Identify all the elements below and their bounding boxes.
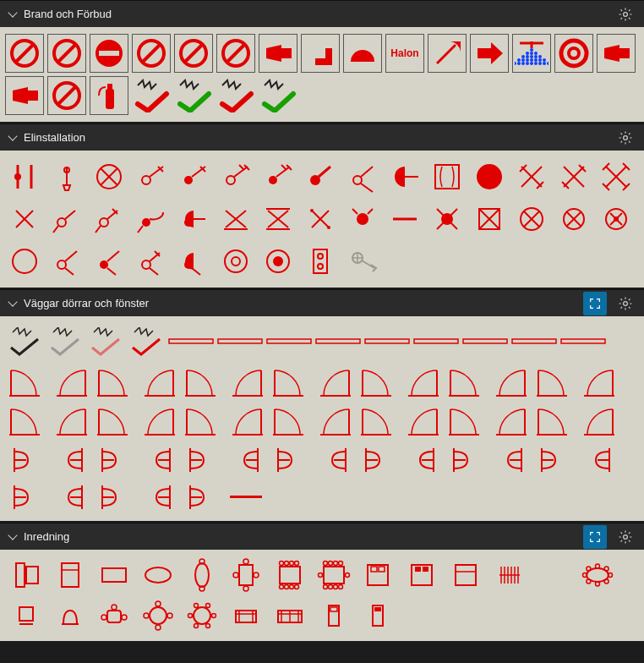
wall-segment-2-icon[interactable] — [265, 323, 313, 360]
panel-header-brand[interactable]: Brand och Förbud — [0, 0, 644, 27]
el-symbol-29-icon[interactable] — [597, 200, 636, 238]
door-2-10-icon[interactable] — [445, 441, 487, 479]
door-tail-1-icon[interactable] — [49, 480, 91, 514]
el-symbol-25-icon[interactable] — [428, 200, 467, 238]
no-water-icon[interactable] — [216, 34, 255, 73]
furniture-12-icon[interactable] — [532, 556, 575, 594]
halon-icon[interactable]: Halon — [385, 34, 424, 73]
wall-segment-8-icon[interactable] — [559, 323, 607, 360]
door-tail-4-icon[interactable] — [181, 480, 223, 514]
el-symbol-1-icon[interactable] — [47, 157, 86, 196]
no-entry-icon[interactable] — [90, 34, 128, 73]
wall-segment-5-icon[interactable] — [412, 323, 460, 360]
door-tail-3-icon[interactable] — [137, 480, 179, 514]
door-1-1-icon[interactable] — [49, 403, 91, 440]
check-green-1-icon[interactable] — [174, 76, 213, 115]
door-2-5-icon[interactable] — [225, 441, 267, 479]
door-2-7-icon[interactable] — [313, 441, 355, 479]
furniture-16-icon[interactable] — [93, 597, 135, 634]
furniture-3-icon[interactable] — [137, 556, 179, 594]
door-0-12-icon[interactable] — [532, 364, 575, 401]
el-symbol-3-icon[interactable] — [132, 157, 171, 196]
door-1-9-icon[interactable] — [401, 403, 443, 440]
el-symbol-16-icon[interactable] — [47, 200, 86, 238]
door-1-12-icon[interactable] — [532, 403, 575, 440]
el-symbol-8-icon[interactable] — [343, 157, 382, 196]
axe-icon[interactable] — [428, 34, 467, 73]
el-symbol-22-icon[interactable] — [301, 200, 340, 238]
el-symbol-28-icon[interactable] — [554, 200, 593, 238]
door-0-3-icon[interactable] — [137, 364, 179, 401]
el-symbol-7-icon[interactable] — [301, 157, 340, 196]
el-symbol-32-icon[interactable] — [90, 242, 128, 281]
panel-header-inredning[interactable]: Inredning — [0, 523, 644, 550]
el-symbol-18-icon[interactable] — [132, 200, 171, 238]
el-symbol-14-icon[interactable] — [597, 157, 636, 196]
furniture-4-icon[interactable] — [181, 556, 223, 594]
door-2-8-icon[interactable] — [357, 441, 399, 479]
el-symbol-0-icon[interactable] — [5, 157, 44, 196]
emergency-phone-icon[interactable] — [597, 34, 636, 73]
door-2-4-icon[interactable] — [181, 441, 223, 479]
furniture-9-icon[interactable] — [401, 556, 443, 594]
check-green-2-icon[interactable] — [259, 76, 297, 115]
furniture-19-icon[interactable] — [225, 597, 267, 634]
gear-icon[interactable] — [614, 525, 637, 549]
door-0-5-icon[interactable] — [225, 364, 267, 401]
wall-check-1-icon[interactable] — [46, 323, 85, 362]
el-symbol-35-icon[interactable] — [216, 242, 255, 281]
door-1-4-icon[interactable] — [181, 403, 223, 440]
door-0-13-icon[interactable] — [576, 364, 619, 401]
door-0-2-icon[interactable] — [93, 364, 135, 401]
door-1-8-icon[interactable] — [357, 403, 399, 440]
door-1-10-icon[interactable] — [445, 403, 487, 440]
el-symbol-37-icon[interactable] — [301, 242, 340, 281]
door-0-1-icon[interactable] — [49, 364, 91, 401]
el-symbol-9-icon[interactable] — [385, 157, 424, 196]
check-red-1-icon[interactable] — [132, 76, 171, 115]
el-symbol-20-icon[interactable] — [216, 200, 255, 238]
el-symbol-12-icon[interactable] — [512, 157, 551, 196]
el-symbol-38-icon[interactable] — [343, 242, 382, 281]
assembly-point-icon[interactable] — [554, 34, 593, 73]
gear-icon[interactable] — [614, 3, 637, 26]
arrow-right-icon[interactable] — [470, 34, 509, 73]
furniture-2-icon[interactable] — [93, 556, 135, 594]
furniture-10-icon[interactable] — [445, 556, 487, 594]
arrow-down-right-icon[interactable] — [301, 34, 340, 73]
door-0-8-icon[interactable] — [357, 364, 399, 401]
gear-icon[interactable] — [614, 126, 637, 150]
el-symbol-10-icon[interactable] — [428, 157, 467, 196]
door-2-13-icon[interactable] — [576, 441, 619, 479]
no-smoking-icon[interactable] — [132, 34, 171, 73]
door-0-6-icon[interactable] — [269, 364, 311, 401]
fire-alarm-button-icon[interactable] — [5, 76, 44, 115]
door-1-3-icon[interactable] — [137, 403, 179, 440]
panel-header-el[interactable]: Elinstallation — [0, 123, 644, 151]
expand-icon[interactable] — [583, 525, 607, 549]
fire-ladder-icon[interactable] — [47, 76, 86, 115]
el-symbol-33-icon[interactable] — [132, 242, 171, 281]
el-symbol-36-icon[interactable] — [259, 242, 297, 281]
fire-hose-icon[interactable] — [259, 34, 297, 73]
check-red-2-icon[interactable] — [216, 76, 255, 115]
door-0-10-icon[interactable] — [445, 364, 487, 401]
furniture-5-icon[interactable] — [225, 556, 267, 594]
wall-segment-4-icon[interactable] — [363, 323, 411, 360]
door-2-11-icon[interactable] — [488, 441, 531, 479]
door-tail-0-icon[interactable] — [5, 480, 47, 514]
sprinkler-icon[interactable] — [512, 34, 551, 73]
el-symbol-2-icon[interactable] — [90, 157, 128, 196]
el-symbol-13-icon[interactable] — [554, 157, 593, 196]
no-person-icon[interactable] — [47, 34, 86, 73]
door-0-0-icon[interactable] — [5, 364, 47, 401]
el-symbol-34-icon[interactable] — [174, 242, 213, 281]
gear-icon[interactable] — [614, 292, 637, 315]
wall-check-0-icon[interactable] — [5, 323, 44, 362]
door-2-0-icon[interactable] — [5, 441, 47, 479]
furniture-6-icon[interactable] — [269, 556, 311, 594]
el-symbol-23-icon[interactable] — [343, 200, 382, 238]
wall-segment-6-icon[interactable] — [461, 323, 509, 360]
el-symbol-6-icon[interactable] — [259, 157, 297, 196]
door-2-3-icon[interactable] — [137, 441, 179, 479]
